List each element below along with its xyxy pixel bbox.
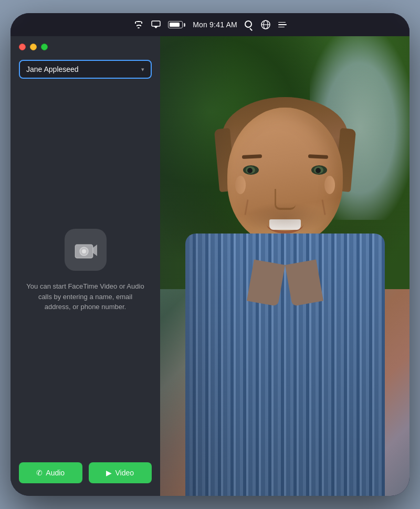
caller-input-field[interactable]: Jane Appleseed ▾ — [19, 60, 152, 79]
video-call-button[interactable]: ▶ Video — [89, 462, 152, 483]
minimize-window-button[interactable] — [30, 44, 37, 50]
camera-icon — [74, 240, 97, 259]
caller-field-chevron-icon: ▾ — [141, 66, 144, 73]
facetime-sidebar: Jane Appleseed ▾ You can start FaceTime … — [10, 36, 160, 496]
menubar-time: Mon 9:41 AM — [193, 20, 237, 29]
audio-button-label: Audio — [46, 469, 65, 477]
close-window-button[interactable] — [19, 44, 26, 50]
menubar: Mon 9:41 AM — [10, 13, 410, 36]
svg-point-7 — [82, 249, 86, 253]
video-button-label: Video — [115, 469, 134, 477]
spotlight-search-icon[interactable] — [245, 20, 253, 29]
call-buttons-container: ✆ Audio ▶ Video — [10, 454, 160, 496]
facetime-video-panel — [160, 36, 410, 496]
svg-marker-1 — [154, 26, 158, 28]
maximize-window-button[interactable] — [41, 44, 48, 50]
audio-call-button[interactable]: ✆ Audio — [19, 462, 82, 483]
video-gradient-overlay — [160, 36, 410, 496]
empty-state-panel: You can start FaceTime Video or Audio ca… — [10, 87, 160, 454]
airplay-icon[interactable] — [151, 20, 161, 29]
phone-icon: ✆ — [36, 469, 43, 477]
siri-icon[interactable] — [260, 19, 271, 30]
facetime-camera-icon-container — [65, 229, 107, 271]
empty-state-description: You can start FaceTime Video or Audio ca… — [26, 281, 144, 312]
battery-icon — [168, 21, 185, 28]
menubar-center: Mon 9:41 AM — [133, 19, 287, 30]
wifi-icon[interactable] — [133, 21, 144, 28]
video-camera-icon: ▶ — [106, 469, 112, 477]
caller-name-text: Jane Appleseed — [26, 65, 79, 73]
device-frame: Mon 9:41 AM — [10, 13, 410, 496]
control-center-icon[interactable] — [278, 22, 287, 28]
app-window: Jane Appleseed ▾ You can start FaceTime … — [10, 36, 410, 496]
titlebar-buttons — [10, 36, 160, 56]
svg-rect-0 — [152, 21, 160, 26]
svg-marker-8 — [93, 245, 97, 256]
